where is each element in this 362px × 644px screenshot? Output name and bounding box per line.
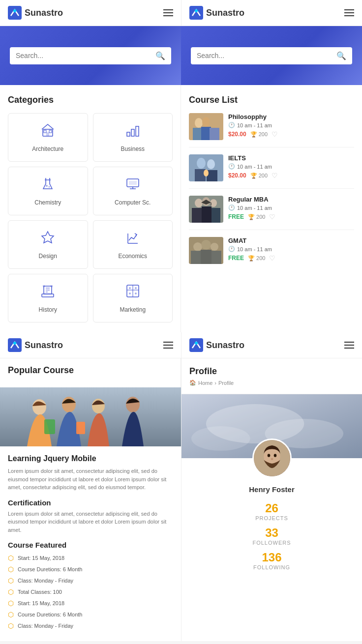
- svg-rect-6: [44, 130, 46, 133]
- avatar-svg: [254, 439, 290, 478]
- course-info-gmat: GMAT 🕐 10 am - 11 am FREE 🏆 200 ♡: [228, 237, 354, 262]
- category-marketing[interactable]: Marketing: [93, 274, 173, 322]
- category-architecture[interactable]: Architecture: [8, 113, 88, 162]
- course-meta-mba: FREE 🏆 200 ♡: [228, 213, 354, 221]
- computer-icon: [125, 176, 141, 195]
- svg-point-12: [46, 185, 48, 187]
- course-name-ielts: IELTS: [228, 154, 354, 162]
- course-item-philosophy: Philosopphy 🕐 10 am - 11 am $20.00 🏆 200…: [189, 113, 354, 147]
- svg-point-39: [210, 118, 217, 128]
- right-logo: Sunastro: [189, 6, 244, 20]
- stat-following: 136 FOLLOWING: [189, 551, 354, 570]
- course-price-philosophy: $20.00: [228, 131, 246, 138]
- svg-rect-2: [189, 6, 203, 20]
- design-icon: [40, 230, 56, 249]
- dual-header: Sunastro Sunastro: [0, 0, 362, 26]
- svg-point-68: [195, 342, 198, 345]
- profile-panel: Profile 🏠 Home › Profile: [181, 358, 362, 641]
- popular-course-panel: Popular Course: [0, 358, 181, 641]
- svg-rect-21: [42, 294, 54, 297]
- second-left-menu-button[interactable]: [163, 342, 173, 349]
- feature-bullet-3: ⬡: [8, 588, 14, 596]
- svg-rect-65: [8, 338, 22, 352]
- course-thumb-gmat: [189, 237, 223, 264]
- feature-bullet-0: ⬡: [8, 554, 14, 562]
- svg-point-84: [273, 454, 276, 457]
- course-meta-ielts: $20.00 🏆 200 ♡: [228, 172, 354, 179]
- category-economics[interactable]: Economics: [93, 220, 173, 269]
- course-heart-philosophy[interactable]: ♡: [272, 130, 278, 138]
- right-menu-button[interactable]: [344, 9, 354, 16]
- course-heart-mba[interactable]: ♡: [269, 213, 275, 221]
- svg-point-35: [135, 293, 137, 294]
- svg-rect-46: [195, 169, 206, 181]
- logo-icon-right: [189, 6, 203, 20]
- svg-point-48: [204, 170, 209, 176]
- svg-rect-24: [43, 285, 45, 287]
- feature-5: ⬡ Course Duretions: 6 Month: [8, 611, 173, 618]
- svg-point-44: [197, 158, 206, 169]
- left-menu-button[interactable]: [163, 9, 173, 16]
- svg-rect-17: [129, 181, 137, 185]
- second-left-header: Sunastro: [0, 332, 181, 358]
- clock-icon-ielts: 🕐: [228, 163, 235, 170]
- bottom-row: Popular Course: [0, 358, 362, 641]
- categories-title: Categories: [8, 95, 173, 105]
- course-body: Learning Jquery Mobile Lorem ipsum dolor…: [0, 446, 181, 641]
- feature-6: ⬡ Class: Monday - Friday: [8, 622, 173, 630]
- course-heart-gmat[interactable]: ♡: [269, 254, 275, 262]
- popular-course-title: Popular Course: [8, 365, 173, 376]
- svg-rect-54: [202, 206, 211, 223]
- svg-point-66: [13, 342, 16, 345]
- second-right-menu-button[interactable]: [344, 342, 354, 349]
- course-students-philosophy: 🏆 200: [250, 131, 268, 138]
- stat-projects: 26 PROJECTS: [189, 501, 354, 521]
- svg-point-32: [129, 287, 131, 289]
- feature-0: ⬡ Start: 15 May, 2018: [8, 554, 173, 562]
- course-students-gmat: 🏆 200: [248, 255, 265, 262]
- svg-point-34: [129, 293, 131, 294]
- breadcrumb: 🏠 Home › Profile: [189, 380, 354, 386]
- left-header-half: Sunastro: [0, 0, 181, 26]
- course-thumb-ielts: [189, 154, 223, 181]
- right-search-input[interactable]: [197, 52, 332, 59]
- svg-rect-42: [210, 128, 219, 140]
- feature-1: ⬡ Course Duretions: 6 Month: [8, 565, 173, 573]
- feature-bullet-6: ⬡: [8, 622, 14, 630]
- course-price-gmat: FREE: [228, 255, 244, 262]
- course-hero-image: [0, 387, 181, 446]
- marketing-label: Marketing: [120, 306, 146, 313]
- category-design[interactable]: Design: [8, 220, 88, 269]
- computer-label: Computer Sc.: [115, 199, 151, 206]
- business-icon: [125, 122, 141, 142]
- popular-course-header: Popular Course: [0, 358, 181, 387]
- course-meta-philosophy: $20.00 🏆 200 ♡: [228, 130, 354, 138]
- left-search-input[interactable]: [16, 52, 151, 59]
- category-business[interactable]: Business: [93, 113, 173, 162]
- followers-label: FOLLOWERS: [189, 540, 354, 546]
- svg-point-60: [201, 240, 211, 250]
- svg-marker-18: [42, 232, 54, 243]
- course-heart-ielts[interactable]: ♡: [272, 172, 278, 179]
- course-list-title: Course List: [189, 95, 354, 105]
- course-item-ielts: IELTS 🕐 10 am - 11 am $20.00 🏆 200 ♡: [189, 154, 354, 189]
- category-computer[interactable]: Computer Sc.: [93, 167, 173, 215]
- logo-icon-left: [8, 6, 22, 20]
- course-item-mba: Regular MBA 🕐 10 am - 11 am FREE 🏆 200 ♡: [189, 196, 354, 230]
- svg-rect-55: [211, 208, 220, 223]
- logo-icon-second-left: [8, 338, 22, 352]
- course-info-philosophy: Philosopphy 🕐 10 am - 11 am $20.00 🏆 200…: [228, 113, 354, 138]
- course-body-desc: Lorem ipsum dolor sit amet, consectetur …: [8, 467, 173, 492]
- course-item-gmat: GMAT 🕐 10 am - 11 am FREE 🏆 200 ♡: [189, 237, 354, 271]
- category-chemistry[interactable]: Chemistry: [8, 167, 88, 215]
- breadcrumb-home[interactable]: Home: [198, 380, 212, 386]
- svg-rect-0: [8, 6, 22, 20]
- main-content-row: Categories Architecture: [0, 85, 362, 332]
- second-right-header: Sunastro: [181, 332, 362, 358]
- category-history[interactable]: History: [8, 274, 88, 322]
- chemistry-label: Chemistry: [34, 199, 61, 206]
- breadcrumb-current: Profile: [218, 380, 234, 386]
- svg-point-45: [207, 159, 215, 169]
- logo-icon-second-right: [189, 338, 203, 352]
- architecture-label: Architecture: [32, 146, 63, 152]
